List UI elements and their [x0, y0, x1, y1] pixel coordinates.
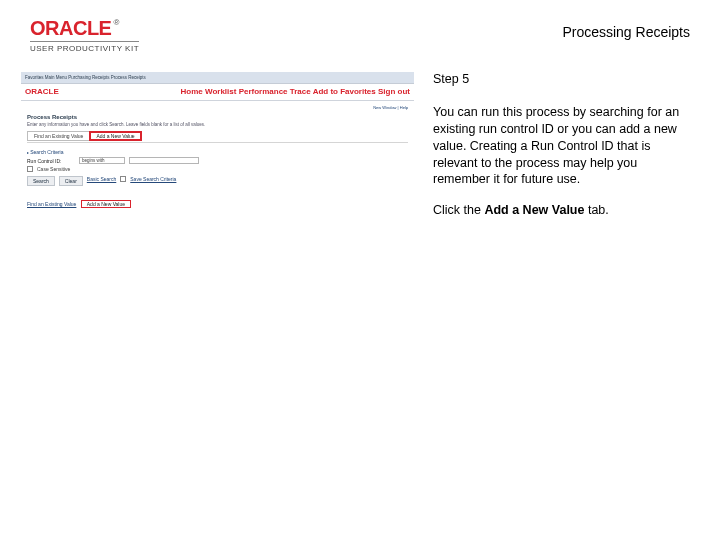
tab-add-new-value[interactable]: Add a New Value: [89, 131, 141, 141]
thumb-run-control-input[interactable]: [129, 157, 199, 164]
header: ORACLE® USER PRODUCTIVITY KIT Processing…: [0, 0, 720, 61]
thumb-breadcrumb: Favorites Main Menu Purchasing Receipts …: [25, 75, 146, 80]
app-screenshot: Favorites Main Menu Purchasing Receipts …: [20, 71, 415, 256]
action-bold: Add a New Value: [484, 203, 584, 217]
thumb-nav-trace[interactable]: Performance Trace: [239, 87, 311, 96]
thumb-oracle-logo: ORACLE: [25, 87, 59, 96]
instruction-text: You can run this process by searching fo…: [433, 104, 690, 188]
thumb-nav: Home Worklist Performance Trace Add to F…: [181, 87, 410, 96]
action-pre: Click the: [433, 203, 484, 217]
basic-search-link[interactable]: Basic Search: [87, 176, 116, 186]
thumb-nav-home[interactable]: Home: [181, 87, 203, 96]
thumb-nav-worklist[interactable]: Worklist: [205, 87, 236, 96]
clear-button[interactable]: Clear: [59, 176, 83, 186]
action-post: tab.: [584, 203, 608, 217]
save-search-link[interactable]: Save Search Criteria: [130, 176, 176, 186]
instruction-panel: Step 5 You can run this process by searc…: [433, 71, 690, 256]
thumb-op-select[interactable]: begins with: [79, 157, 125, 164]
content: Favorites Main Menu Purchasing Receipts …: [0, 61, 720, 256]
thumb-footer-links: Find an Existing Value Add a New Value: [27, 200, 408, 208]
footer-find-existing[interactable]: Find an Existing Value: [27, 201, 76, 207]
logo-subtitle: USER PRODUCTIVITY KIT: [30, 41, 139, 53]
thumb-case-label: Case Sensitive: [37, 166, 70, 172]
tab-find-existing[interactable]: Find an Existing Value: [27, 131, 90, 141]
tm-symbol: ®: [113, 18, 119, 27]
thumb-nav-fav[interactable]: Add to Favorites: [313, 87, 376, 96]
page-title: Processing Receipts: [562, 24, 690, 40]
thumb-logo-bar: ORACLE Home Worklist Performance Trace A…: [21, 84, 414, 101]
thumb-field-row: Run Control ID: begins with: [27, 157, 408, 164]
oracle-logo: ORACLE®: [30, 18, 139, 39]
case-checkbox[interactable]: [27, 166, 33, 172]
logo-block: ORACLE® USER PRODUCTIVITY KIT: [30, 18, 139, 53]
step-label: Step 5: [433, 71, 690, 88]
thumb-body: New Window | Help Process Receipts Enter…: [21, 101, 414, 212]
footer-add-new-value[interactable]: Add a New Value: [81, 200, 131, 208]
oracle-logo-text: ORACLE: [30, 17, 111, 39]
thumb-nav-signout[interactable]: Sign out: [378, 87, 410, 96]
thumb-nw-help[interactable]: New Window | Help: [27, 105, 408, 110]
search-button[interactable]: Search: [27, 176, 55, 186]
thumb-tab-row: Find an Existing Value Add a New Value: [27, 131, 408, 141]
instruction-action: Click the Add a New Value tab.: [433, 202, 690, 219]
thumb-page-heading: Process Receipts: [27, 114, 408, 120]
save-criteria-icon: [120, 176, 126, 182]
thumb-case-row: Case Sensitive: [27, 166, 408, 172]
thumb-section-label: Search Criteria: [27, 149, 408, 155]
thumb-field-label: Run Control ID:: [27, 158, 75, 164]
thumb-page-sub: Enter any information you have and click…: [27, 122, 408, 127]
thumb-breadcrumb-bar: Favorites Main Menu Purchasing Receipts …: [21, 72, 414, 84]
thumb-btn-row: Search Clear Basic Search Save Search Cr…: [27, 176, 408, 186]
